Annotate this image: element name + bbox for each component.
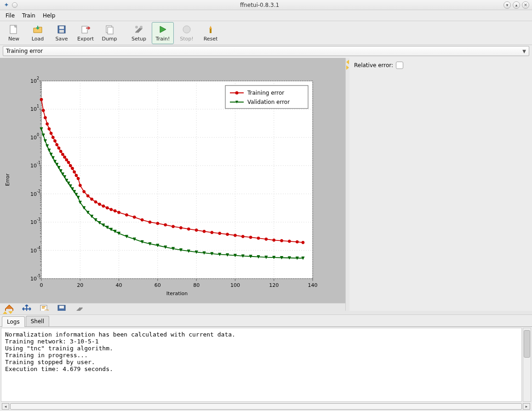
svg-point-164 (179, 226, 182, 229)
horizontal-splitter[interactable] (0, 311, 532, 314)
svg-text:140: 140 (308, 282, 318, 288)
svg-text:10: 10 (30, 191, 37, 197)
svg-point-129 (46, 123, 49, 126)
svg-text:Training error: Training error (247, 90, 284, 96)
log-scrollbar[interactable] (523, 328, 531, 402)
minimize-button[interactable]: ▾ (503, 1, 511, 9)
scroll-right-button[interactable]: ▸ (523, 403, 530, 410)
svg-text:Error: Error (5, 173, 11, 186)
svg-point-176 (273, 239, 275, 241)
svg-point-133 (54, 140, 57, 143)
svg-text:-5: -5 (37, 274, 40, 278)
menu-train[interactable]: Train (18, 11, 39, 20)
options-panel: Relative error: (349, 58, 532, 311)
scroll-track[interactable] (10, 403, 522, 410)
svg-point-136 (59, 150, 62, 153)
svg-point-152 (102, 205, 105, 207)
plot-wrap: 02040608010012014010-510-410-310-210-110… (0, 58, 345, 303)
svg-rect-190 (59, 306, 64, 308)
new-button[interactable]: New (3, 22, 25, 44)
scrollbar-thumb[interactable] (524, 330, 530, 358)
svg-point-173 (249, 236, 252, 239)
svg-text:60: 60 (154, 282, 161, 288)
svg-text:80: 80 (193, 282, 200, 288)
titlebar: ✦ ffnetui-0.8.3.1 ▾ ▴ ✕ (0, 0, 532, 10)
svg-point-162 (164, 223, 167, 226)
svg-text:Iteration: Iteration (166, 291, 188, 297)
stop-button[interactable]: Stop! (176, 22, 198, 44)
log-text[interactable]: Normalization information has been calcu… (1, 328, 522, 402)
svg-point-169 (218, 232, 221, 235)
svg-point-179 (296, 240, 298, 243)
svg-rect-4 (82, 26, 87, 33)
bottom-tabs: Logs Shell (0, 315, 532, 327)
setup-icon (133, 24, 144, 35)
window-title: ffnetui-0.8.3.1 (17, 2, 502, 8)
relative-error-row: Relative error: (354, 62, 527, 69)
menu-help[interactable]: Help (39, 11, 59, 20)
svg-text:10: 10 (30, 219, 37, 225)
svg-text:2: 2 (37, 76, 39, 80)
view-selector-value: Training error (6, 48, 43, 54)
maximize-button[interactable]: ▴ (513, 1, 520, 9)
splitter-right-icon (346, 65, 349, 70)
main-area: 02040608010012014010-510-410-310-210-110… (0, 58, 532, 311)
view-selector-row: Training error ▼ (0, 45, 532, 58)
svg-text:Validation error: Validation error (247, 99, 290, 105)
svg-point-134 (56, 143, 58, 146)
dump-button[interactable]: Dump (98, 22, 120, 44)
svg-text:-3: -3 (37, 217, 40, 222)
svg-point-137 (61, 153, 64, 156)
relative-error-checkbox[interactable] (396, 62, 403, 69)
svg-text:-4: -4 (37, 246, 40, 250)
close-button[interactable]: ✕ (522, 1, 529, 9)
svg-text:10: 10 (30, 78, 37, 84)
svg-point-153 (106, 206, 109, 209)
svg-point-156 (118, 211, 120, 214)
svg-text:-1: -1 (37, 161, 40, 165)
svg-point-142 (71, 167, 74, 170)
plot-panel: 02040608010012014010-510-410-310-210-110… (0, 58, 346, 311)
svg-point-7 (140, 26, 143, 29)
svg-point-167 (203, 230, 206, 233)
svg-point-159 (141, 218, 143, 221)
error-plot[interactable]: 02040608010012014010-510-410-310-210-110… (0, 58, 346, 302)
svg-point-141 (69, 164, 72, 167)
svg-point-166 (195, 229, 198, 232)
svg-text:0: 0 (40, 282, 43, 288)
scroll-left-button[interactable]: ◂ (2, 403, 9, 410)
reset-button[interactable]: Reset (200, 22, 222, 44)
svg-text:10: 10 (30, 135, 37, 141)
svg-point-161 (156, 222, 159, 225)
svg-point-157 (125, 213, 128, 216)
svg-point-171 (234, 234, 236, 237)
tab-shell[interactable]: Shell (26, 316, 49, 326)
train-icon (157, 24, 168, 35)
svg-point-177 (280, 240, 283, 242)
svg-point-158 (133, 216, 136, 218)
svg-text:100: 100 (230, 282, 240, 288)
splitter-up-icon (3, 311, 7, 314)
save-button[interactable]: Save (51, 22, 73, 44)
svg-point-168 (211, 231, 213, 234)
export-button[interactable]: Export (74, 22, 97, 44)
load-icon (32, 24, 43, 35)
horizontal-scrollbar: ◂ ▸ (0, 403, 532, 411)
stop-icon (181, 24, 192, 35)
menu-file[interactable]: File (2, 11, 18, 20)
bottom-panel: Logs Shell Normalization information has… (0, 314, 532, 411)
svg-text:10: 10 (30, 276, 37, 282)
vertical-splitter[interactable] (346, 58, 349, 311)
view-selector-combo[interactable]: Training error ▼ (3, 46, 529, 56)
svg-point-150 (94, 200, 97, 203)
svg-point-154 (110, 208, 113, 211)
svg-rect-6 (108, 27, 113, 34)
load-button[interactable]: Load (27, 22, 49, 44)
svg-text:10: 10 (30, 248, 37, 254)
setup-button[interactable]: Setup (128, 22, 150, 44)
svg-point-155 (114, 210, 116, 212)
tab-logs[interactable]: Logs (2, 316, 25, 327)
relative-error-label: Relative error: (354, 62, 393, 68)
train-button[interactable]: Train! (152, 22, 174, 44)
svg-point-148 (86, 194, 89, 197)
